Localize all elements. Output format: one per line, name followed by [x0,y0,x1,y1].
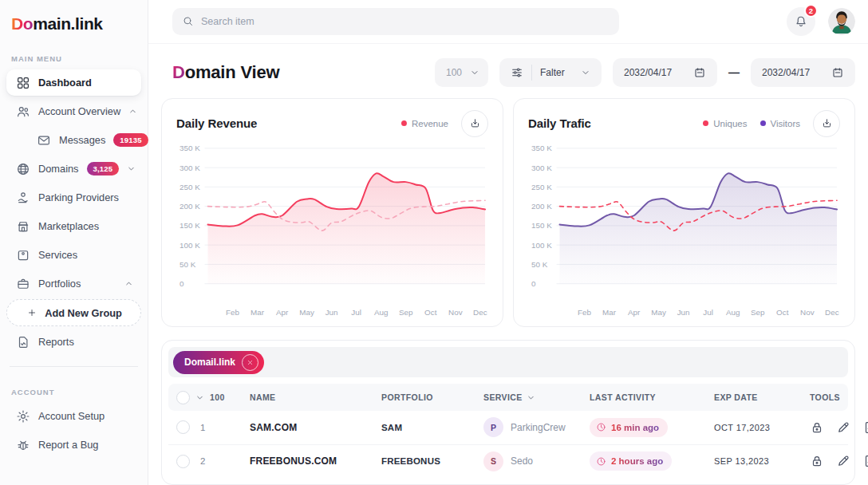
notifications-button[interactable]: 2 [787,7,815,36]
sidebar-item-label: Report a Bug [38,439,133,451]
sidebar-item-marketplaces[interactable]: Marketplaces [6,213,141,239]
sidebar-item-label: Account Setup [38,410,133,422]
download-button[interactable] [461,110,488,137]
file-plus-icon[interactable] [862,420,868,435]
page-size-select[interactable]: 100 [435,58,488,87]
chart-title: Daily Revenue [176,116,389,130]
mail-icon [37,133,51,148]
sidebar-item-parking-providers[interactable]: Parking Providers [6,184,141,211]
sidebar-item-reports[interactable]: Reports [6,329,141,355]
users-icon [16,104,30,119]
column-header-tools[interactable]: TOOLS [805,384,848,411]
avatar[interactable] [828,8,855,35]
column-header-service[interactable]: SERVICE [479,384,585,411]
exp-date: SEP 13,2023 [709,444,805,478]
row-checkbox[interactable] [176,420,190,434]
service-name: ParkingCrew [511,422,566,433]
column-header-exp-date[interactable]: EXP DATE [709,384,805,411]
sidebar-item-domains[interactable]: Domains3,125 [6,156,141,182]
sidebar-item-label: Messages [59,134,105,146]
svg-text:May: May [651,308,666,317]
selected-count: 100 [210,392,225,402]
portfolio-name: FREEBONUS [377,444,479,478]
file-plus-icon[interactable] [862,454,868,468]
svg-text:Jun: Jun [677,308,690,317]
remove-filter-button[interactable] [242,354,258,371]
svg-text:0: 0 [180,279,184,288]
table-header-row: 100NAMEPORTFOLIOSERVICELAST ACTIVITYEXP … [168,384,848,411]
date-range-separator: — [728,66,740,79]
search-bar[interactable] [172,8,619,35]
search-input[interactable] [201,16,610,27]
svg-text:Apr: Apr [628,308,641,317]
service-avatar: P [483,417,503,437]
svg-text:300 K: 300 K [531,164,552,172]
column-label: TOOLS [810,392,840,402]
edit-icon[interactable] [836,454,850,468]
edit-icon[interactable] [836,420,850,435]
svg-text:Nov: Nov [448,308,463,317]
daily-trafic-plot: 350 K300 K250 K200 K150 K100 K50 K0FebMa… [528,139,840,321]
filter-dropdown[interactable]: Falter [499,58,602,87]
page-title: Domain View [172,62,279,83]
chevron-up-icon [128,107,137,116]
chevron-down-icon [581,68,590,77]
column-header-last-activity[interactable]: LAST ACTIVITY [585,384,709,411]
sidebar-item-messages[interactable]: Messages19135 [27,127,141,153]
column-label: PORTFOLIO [381,392,433,402]
lock-icon[interactable] [810,420,824,435]
filter-chip[interactable]: Domail.link [173,351,264,374]
svg-text:Sep: Sep [399,308,413,317]
column-header-portfolio[interactable]: PORTFOLIO [377,384,479,411]
header-controls: 100 Falter 2032/04/17 — [435,58,855,87]
daily-revenue-plot: 350 K300 K250 K200 K150 K100 K50 K0FebMa… [176,139,488,321]
last-activity-badge: 16 min ago [590,418,668,437]
svg-text:Mar: Mar [602,308,617,317]
sidebar-divider [10,366,138,367]
daily-trafic-card: Daily TraficUniquesVisitors350 K300 K250… [513,98,855,327]
chevron-down-icon [527,393,535,402]
chevron-down-icon [195,393,204,402]
service-avatar: S [483,451,503,471]
chart-legend: UniquesVisitors [703,119,800,128]
charts-row: Daily RevenueRevenue350 K300 K250 K200 K… [148,98,868,327]
svg-text:200 K: 200 K [531,202,552,211]
table-body: 1SAM.COMSAMPParkingCrew16 min agoOCT 17,… [168,411,848,478]
table-row[interactable]: 1SAM.COMSAMPParkingCrew16 min agoOCT 17,… [168,411,848,444]
download-button[interactable] [813,110,840,137]
legend-dot [703,120,708,126]
sidebar-item-dashboard[interactable]: Dashboard [6,69,141,96]
sidebar-item-add-new-group[interactable]: Add New Group [6,299,141,326]
column-header-name[interactable]: NAME [245,384,377,411]
svg-text:50 K: 50 K [180,260,196,269]
sidebar-item-services[interactable]: Services [6,242,141,268]
row-checkbox[interactable] [176,455,190,468]
svg-text:200 K: 200 K [180,202,200,211]
date-from-picker[interactable]: 2032/04/17 [613,58,717,87]
select-all-checkbox[interactable] [176,391,190,404]
svg-text:Feb: Feb [226,308,240,317]
calendar-icon [831,66,844,79]
last-activity-text: 2 hours ago [611,456,663,466]
filter-chip-label: Domail.link [184,357,235,368]
column-label: SERVICE [483,392,523,402]
svg-text:350 K: 350 K [180,144,200,152]
sidebar-item-account-setup[interactable]: Account Setup [6,403,141,429]
sidebar-item-report-a-bug[interactable]: Report a Bug [6,432,141,458]
content: Domain View 100 Falter 2032/04/17 [148,44,868,485]
date-to-picker[interactable]: 2032/04/17 [751,58,855,87]
sidebar-item-portfolios[interactable]: Portfolios [6,270,141,297]
page-size-value: 100 [446,67,462,78]
date-from-value: 2032/04/17 [624,67,672,78]
table-row[interactable]: 2FREEBONUS.COMFREEBONUSSSedo2 hours agoS… [168,444,848,478]
svg-text:Jul: Jul [703,308,713,317]
download-icon [821,117,833,129]
sidebar-item-account-overview[interactable]: Account Overview [6,98,141,124]
service-cell: SSedo [483,451,580,471]
count-badge: 19135 [113,133,148,147]
chart-legend: Revenue [401,119,448,128]
app-logo[interactable]: Domain.link [6,11,141,34]
page-head: Domain View 100 Falter 2032/04/17 [148,44,868,98]
lock-icon[interactable] [810,454,824,468]
column-label: NAME [250,392,276,402]
